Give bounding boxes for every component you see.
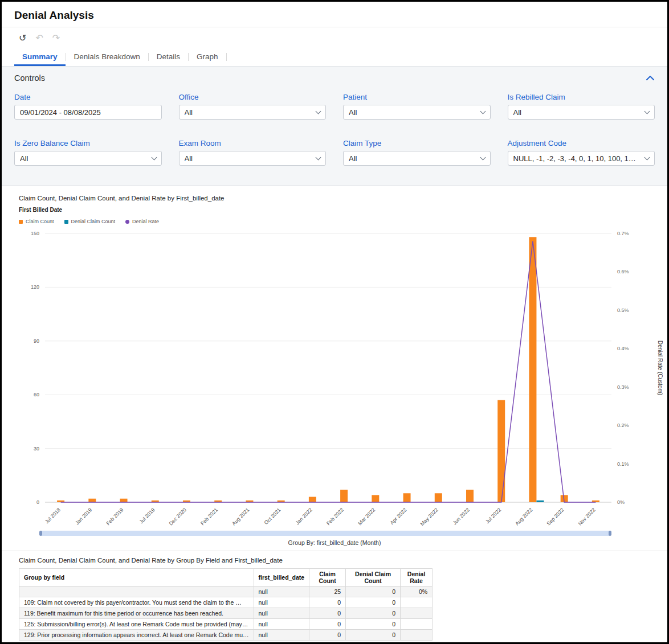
- table-cell: 0: [309, 619, 346, 630]
- table-row: null2500%: [19, 586, 433, 597]
- svg-text:Jul 2018: Jul 2018: [44, 507, 62, 524]
- tab-summary[interactable]: Summary: [14, 48, 66, 66]
- table-cell: 109: Claim not covered by this payer/con…: [19, 597, 254, 608]
- chevron-down-icon: [644, 154, 650, 160]
- claim-type-select[interactable]: All: [343, 151, 491, 166]
- column-header[interactable]: Claim Count: [309, 569, 346, 586]
- table-cell: 129: Prior processing information appear…: [19, 630, 254, 641]
- field-label: Date: [14, 93, 162, 101]
- tab-details[interactable]: Details: [149, 48, 188, 66]
- table-cell: null: [254, 630, 309, 641]
- controls-collapse-button[interactable]: [646, 75, 655, 81]
- summary-chart[interactable]: 03060901201500%0.1%0.2%0.3%0.4%0.5%0.6%0…: [9, 224, 663, 530]
- svg-text:0.7%: 0.7%: [617, 231, 629, 236]
- chart-title: Claim Count, Denial Claim Count, and Den…: [19, 195, 660, 202]
- chevron-down-icon: [316, 108, 321, 114]
- tab-bar: Summary Denials Breakdown Details Graph: [2, 47, 667, 66]
- table-cell: 25: [309, 586, 346, 597]
- table-cell: [19, 586, 254, 597]
- table-title: Claim Count, Denial Claim Count, and Den…: [19, 557, 667, 564]
- svg-text:Feb 2022: Feb 2022: [325, 507, 345, 526]
- legend-label: Claim Count: [26, 219, 54, 224]
- svg-text:0.5%: 0.5%: [617, 307, 629, 313]
- legend-item-denial-rate[interactable]: Denial Rate: [125, 219, 159, 224]
- svg-text:0.1%: 0.1%: [617, 461, 629, 467]
- column-header[interactable]: Group by field: [19, 569, 254, 586]
- field-label: Patient: [343, 93, 491, 101]
- table-cell: 0%: [401, 586, 433, 597]
- field-value: 09/01/2024 - 08/08/2025: [20, 108, 101, 117]
- chevron-down-icon: [316, 154, 321, 160]
- redo-icon[interactable]: ↷: [52, 34, 60, 43]
- chevron-down-icon: [151, 154, 157, 160]
- legend-label: Denial Claim Count: [71, 219, 116, 224]
- column-header[interactable]: Denial Claim Count: [346, 569, 401, 586]
- denial-analysis-app: Denial Analysis ↺ ↶ ↷ Summary Denials Br…: [2, 2, 667, 641]
- table-cell: [401, 619, 433, 630]
- denial-rate-swatch-icon: [125, 220, 129, 224]
- table-row: 129: Prior processing information appear…: [19, 630, 433, 641]
- legend-item-denial-claim-count[interactable]: Denial Claim Count: [64, 219, 116, 224]
- undo-icon[interactable]: ↶: [35, 34, 43, 43]
- exam-room-select[interactable]: All: [179, 151, 327, 166]
- is-rebilled-claim-select[interactable]: All: [508, 105, 655, 120]
- table-cell: 125: Submission/billing error(s). At lea…: [19, 619, 254, 630]
- office-select[interactable]: All: [179, 105, 327, 120]
- svg-text:Aug 2022: Aug 2022: [514, 507, 533, 526]
- column-header[interactable]: Denial Rate: [401, 569, 433, 586]
- control-adjustment-code: Adjustment Code NULL, -1, -2, -3, -4, 0,…: [508, 139, 655, 166]
- is-zero-balance-claim-select[interactable]: All: [14, 151, 162, 166]
- tab-denials-breakdown[interactable]: Denials Breakdown: [66, 48, 148, 66]
- table-cell: [401, 597, 433, 608]
- svg-text:Mar 2022: Mar 2022: [357, 507, 376, 526]
- date-range-input[interactable]: 09/01/2024 - 08/08/2025: [14, 105, 162, 120]
- table-row: 125: Submission/billing error(s). At lea…: [19, 619, 433, 630]
- claim-count-swatch-icon: [19, 220, 23, 224]
- svg-text:0%: 0%: [617, 499, 625, 505]
- svg-text:150: 150: [31, 231, 39, 236]
- controls-title: Controls: [14, 73, 45, 83]
- denial-table: Group by field first_billed_date Claim C…: [19, 568, 433, 641]
- chart-section: Claim Count, Denial Claim Count, and Den…: [2, 186, 667, 551]
- table-cell: null: [254, 597, 309, 608]
- svg-text:Feb 2021: Feb 2021: [199, 507, 219, 526]
- control-date: Date 09/01/2024 - 08/08/2025: [14, 93, 162, 120]
- svg-text:Oct 2021: Oct 2021: [263, 507, 282, 526]
- legend-label: Denial Rate: [132, 219, 159, 224]
- legend-item-claim-count[interactable]: Claim Count: [19, 219, 54, 224]
- control-claim-type: Claim Type All: [343, 139, 491, 166]
- control-office: Office All: [179, 93, 327, 120]
- chevron-down-icon: [480, 154, 486, 160]
- page-title: Denial Analysis: [14, 9, 655, 22]
- adjustment-code-select[interactable]: NULL, -1, -2, -3, -4, 0, 1, 10, 100, 1…: [508, 151, 655, 166]
- chart-zoom-scrollbar[interactable]: [39, 531, 611, 536]
- table-cell: 0: [309, 630, 346, 641]
- column-header[interactable]: first_billed_date: [254, 569, 309, 586]
- control-patient: Patient All: [343, 93, 491, 120]
- patient-select[interactable]: All: [343, 105, 491, 120]
- scrollbar-left-handle[interactable]: [39, 531, 42, 536]
- chart-group-by-label: Group By: first_billed_date (Month): [9, 539, 660, 551]
- svg-text:Jan 2019: Jan 2019: [74, 507, 93, 526]
- field-label: Is Zero Balance Claim: [14, 139, 162, 147]
- table-cell: 0: [346, 586, 401, 597]
- table-row: 119: Benefit maximum for this time perio…: [19, 608, 433, 619]
- scrollbar-right-handle[interactable]: [609, 531, 611, 536]
- svg-text:Jun 2022: Jun 2022: [452, 507, 471, 526]
- field-label: Is Rebilled Claim: [508, 93, 655, 101]
- svg-text:0: 0: [36, 499, 39, 505]
- svg-text:30: 30: [34, 446, 39, 452]
- table-header-row: Group by field first_billed_date Claim C…: [19, 569, 433, 586]
- svg-text:Jul 2019: Jul 2019: [138, 507, 156, 524]
- table-cell: null: [254, 586, 309, 597]
- controls-panel: Controls Date 09/01/2024 - 08/08/2025 Of…: [2, 66, 667, 186]
- svg-text:Aug 2021: Aug 2021: [231, 507, 250, 526]
- refresh-icon[interactable]: ↺: [19, 34, 26, 43]
- svg-text:60: 60: [34, 392, 39, 397]
- svg-text:Jul 2022: Jul 2022: [484, 507, 502, 524]
- tab-graph[interactable]: Graph: [189, 48, 226, 66]
- table-cell: 0: [309, 608, 346, 619]
- chevron-down-icon: [644, 108, 650, 114]
- svg-text:Nov 2022: Nov 2022: [577, 507, 596, 526]
- table-cell: [401, 630, 433, 641]
